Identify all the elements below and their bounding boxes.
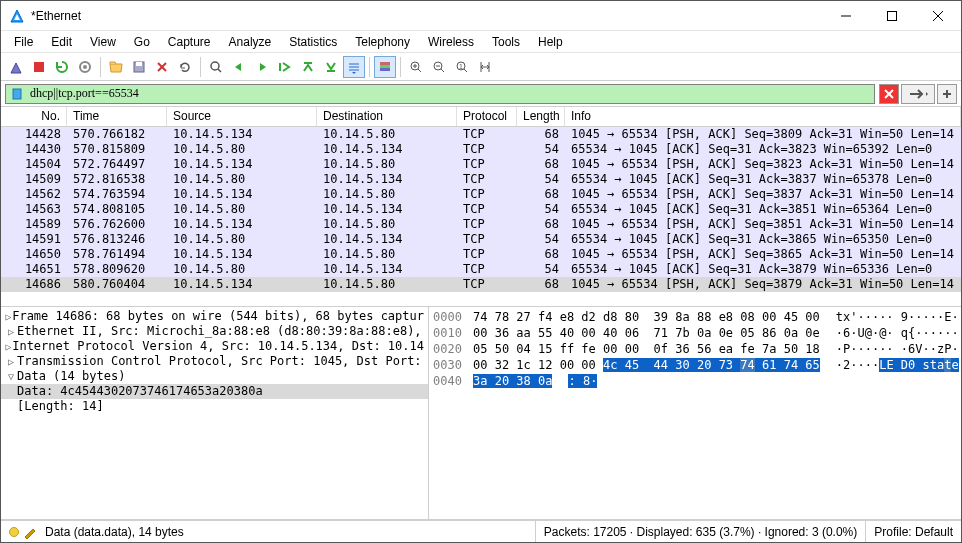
resize-columns-icon[interactable] bbox=[474, 56, 496, 78]
cell-src: 10.14.5.134 bbox=[167, 217, 317, 232]
cell-dst: 10.14.5.80 bbox=[317, 127, 457, 142]
menu-edit[interactable]: Edit bbox=[42, 33, 81, 51]
minimize-button[interactable] bbox=[823, 1, 869, 30]
packet-row[interactable]: 14509572.81653810.14.5.8010.14.5.134TCP5… bbox=[1, 172, 961, 187]
cell-len: 68 bbox=[517, 127, 565, 142]
hex-row[interactable]: 00403a 20 38 0a: 8· bbox=[433, 373, 957, 389]
stop-capture-icon[interactable] bbox=[28, 56, 50, 78]
go-back-icon[interactable] bbox=[228, 56, 250, 78]
packet-list-body[interactable]: 14428570.76618210.14.5.13410.14.5.80TCP6… bbox=[1, 127, 961, 306]
cell-info: 1045 → 65534 [PSH, ACK] Seq=3837 Ack=31 … bbox=[565, 187, 961, 202]
cell-time: 580.760404 bbox=[67, 277, 167, 292]
menu-view[interactable]: View bbox=[81, 33, 125, 51]
reload-icon[interactable] bbox=[174, 56, 196, 78]
packet-row[interactable]: 14591576.81324610.14.5.8010.14.5.134TCP5… bbox=[1, 232, 961, 247]
zoom-in-icon[interactable] bbox=[405, 56, 427, 78]
collapse-icon[interactable]: ▽ bbox=[5, 369, 17, 384]
packet-row[interactable]: 14428570.76618210.14.5.13410.14.5.80TCP6… bbox=[1, 127, 961, 142]
expand-icon[interactable]: ▷ bbox=[5, 354, 17, 369]
menu-capture[interactable]: Capture bbox=[159, 33, 220, 51]
tree-item[interactable]: [Length: 14] bbox=[1, 399, 428, 414]
colorize-icon[interactable] bbox=[374, 56, 396, 78]
menu-file[interactable]: File bbox=[5, 33, 42, 51]
menu-tools[interactable]: Tools bbox=[483, 33, 529, 51]
hex-row[interactable]: 003000 32 1c 12 00 00 4c 45 44 30 20 73 … bbox=[433, 357, 957, 373]
expand-icon[interactable]: ▷ bbox=[5, 339, 12, 354]
start-capture-icon[interactable] bbox=[5, 56, 27, 78]
packet-row[interactable]: 14430570.81580910.14.5.8010.14.5.134TCP5… bbox=[1, 142, 961, 157]
col-proto[interactable]: Protocol bbox=[457, 107, 517, 126]
col-time[interactable]: Time bbox=[67, 107, 167, 126]
filter-input-wrap[interactable] bbox=[5, 84, 875, 104]
go-first-icon[interactable] bbox=[297, 56, 319, 78]
col-info[interactable]: Info bbox=[565, 107, 961, 126]
packet-bytes-pane[interactable]: 000074 78 27 f4 e8 d2 d8 80 39 8a 88 e8 … bbox=[429, 307, 961, 519]
hex-ascii: : 8· bbox=[568, 373, 597, 389]
col-len[interactable]: Length bbox=[517, 107, 565, 126]
menu-statistics[interactable]: Statistics bbox=[280, 33, 346, 51]
tree-item[interactable]: ▽Data (14 bytes) bbox=[1, 369, 428, 384]
svg-line-31 bbox=[464, 69, 467, 72]
restart-capture-icon[interactable] bbox=[51, 56, 73, 78]
go-last-icon[interactable] bbox=[320, 56, 342, 78]
go-forward-icon[interactable] bbox=[251, 56, 273, 78]
menu-help[interactable]: Help bbox=[529, 33, 572, 51]
packet-details-pane[interactable]: ▷Frame 14686: 68 bytes on wire (544 bits… bbox=[1, 307, 429, 519]
hex-row[interactable]: 001000 36 aa 55 40 00 40 06 71 7b 0a 0e … bbox=[433, 325, 957, 341]
menu-telephony[interactable]: Telephony bbox=[346, 33, 419, 51]
packet-row[interactable]: 14589576.76260010.14.5.13410.14.5.80TCP6… bbox=[1, 217, 961, 232]
open-file-icon[interactable] bbox=[105, 56, 127, 78]
close-button[interactable] bbox=[915, 1, 961, 30]
cell-no: 14650 bbox=[1, 247, 67, 262]
clear-filter-icon[interactable] bbox=[879, 84, 899, 104]
tree-text: Ethernet II, Src: Microchi_8a:88:e8 (d8:… bbox=[17, 324, 422, 339]
packet-row[interactable]: 14651578.80962010.14.5.8010.14.5.134TCP5… bbox=[1, 262, 961, 277]
hex-row[interactable]: 002005 50 04 15 ff fe 00 00 0f 36 56 ea … bbox=[433, 341, 957, 357]
expand-icon[interactable]: ▷ bbox=[5, 309, 12, 324]
cell-src: 10.14.5.80 bbox=[167, 262, 317, 277]
edit-preferences-icon[interactable] bbox=[23, 525, 37, 539]
save-file-icon[interactable] bbox=[128, 56, 150, 78]
tree-item[interactable]: ▷Ethernet II, Src: Microchi_8a:88:e8 (d8… bbox=[1, 324, 428, 339]
packet-row[interactable]: 14504572.76449710.14.5.13410.14.5.80TCP6… bbox=[1, 157, 961, 172]
hex-row[interactable]: 000074 78 27 f4 e8 d2 d8 80 39 8a 88 e8 … bbox=[433, 309, 957, 325]
filter-input[interactable] bbox=[28, 85, 870, 102]
maximize-button[interactable] bbox=[869, 1, 915, 30]
find-packet-icon[interactable] bbox=[205, 56, 227, 78]
status-bar: Data (data.data), 14 bytes Packets: 1720… bbox=[1, 520, 961, 542]
auto-scroll-icon[interactable] bbox=[343, 56, 365, 78]
col-dst[interactable]: Destination bbox=[317, 107, 457, 126]
packet-row[interactable]: 14562574.76359410.14.5.13410.14.5.80TCP6… bbox=[1, 187, 961, 202]
cell-src: 10.14.5.134 bbox=[167, 187, 317, 202]
svg-point-11 bbox=[211, 62, 219, 70]
zoom-out-icon[interactable] bbox=[428, 56, 450, 78]
cell-time: 578.761494 bbox=[67, 247, 167, 262]
zoom-reset-icon[interactable]: 1 bbox=[451, 56, 473, 78]
cell-time: 578.809620 bbox=[67, 262, 167, 277]
cell-info: 65534 → 1045 [ACK] Seq=31 Ack=3823 Win=6… bbox=[565, 142, 961, 157]
cell-info: 65534 → 1045 [ACK] Seq=31 Ack=3837 Win=6… bbox=[565, 172, 961, 187]
tree-item[interactable]: Data: 4c4544302073746174653a20380a bbox=[1, 384, 428, 399]
status-profile[interactable]: Profile: Default bbox=[865, 521, 961, 542]
menu-go[interactable]: Go bbox=[125, 33, 159, 51]
menu-wireless[interactable]: Wireless bbox=[419, 33, 483, 51]
close-file-icon[interactable] bbox=[151, 56, 173, 78]
tree-item[interactable]: ▷Transmission Control Protocol, Src Port… bbox=[1, 354, 428, 369]
tree-item[interactable]: ▷Internet Protocol Version 4, Src: 10.14… bbox=[1, 339, 428, 354]
bookmark-icon[interactable] bbox=[10, 87, 24, 101]
capture-options-icon[interactable] bbox=[74, 56, 96, 78]
col-no[interactable]: No. bbox=[1, 107, 67, 126]
packet-row[interactable]: 14650578.76149410.14.5.13410.14.5.80TCP6… bbox=[1, 247, 961, 262]
tree-item[interactable]: ▷Frame 14686: 68 bytes on wire (544 bits… bbox=[1, 309, 428, 324]
cell-src: 10.14.5.80 bbox=[167, 172, 317, 187]
go-to-packet-icon[interactable] bbox=[274, 56, 296, 78]
apply-filter-icon[interactable] bbox=[901, 84, 935, 104]
col-src[interactable]: Source bbox=[167, 107, 317, 126]
expand-icon[interactable]: ▷ bbox=[5, 324, 17, 339]
packet-row[interactable]: 14563574.80810510.14.5.8010.14.5.134TCP5… bbox=[1, 202, 961, 217]
menu-analyze[interactable]: Analyze bbox=[220, 33, 281, 51]
packet-row[interactable]: 14686580.76040410.14.5.13410.14.5.80TCP6… bbox=[1, 277, 961, 292]
add-filter-icon[interactable] bbox=[937, 84, 957, 104]
cell-info: 65534 → 1045 [ACK] Seq=31 Ack=3879 Win=6… bbox=[565, 262, 961, 277]
expert-info-icon[interactable] bbox=[9, 527, 19, 537]
